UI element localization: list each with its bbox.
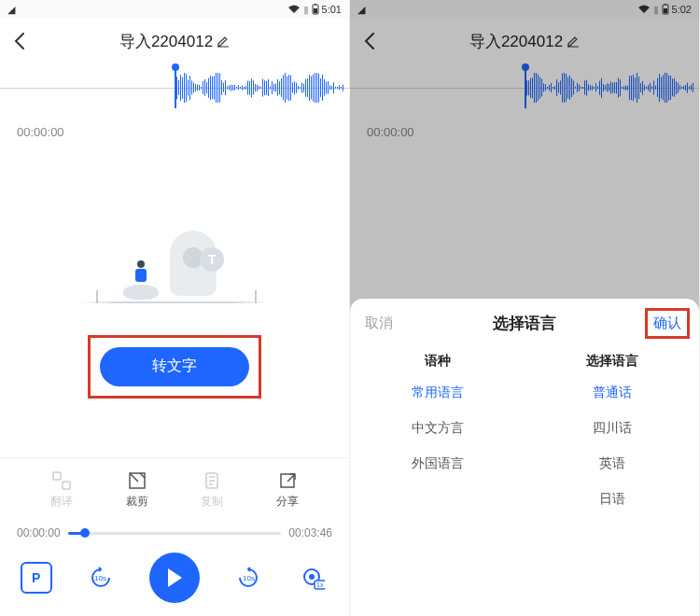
progress-track[interactable] bbox=[68, 532, 282, 535]
svg-rect-1 bbox=[314, 8, 317, 13]
wifi-icon bbox=[637, 5, 651, 14]
tool-分享[interactable]: 分享 bbox=[276, 470, 299, 510]
screen-right: ◢ ▮ 5:02 导入2204012 00:00:00 bbox=[350, 0, 700, 616]
svg-rect-16 bbox=[664, 8, 667, 13]
page-title[interactable]: 导入2204012 bbox=[469, 31, 580, 52]
header: 导入2204012 bbox=[350, 19, 699, 63]
svg-rect-2 bbox=[315, 4, 316, 5]
lang-option[interactable]: 常用语言 bbox=[350, 375, 525, 411]
tool-复制: 复制 bbox=[201, 470, 223, 510]
lang-category-picker[interactable]: 常用语言中文方言外国语言 bbox=[350, 375, 525, 616]
waveform-cursor[interactable] bbox=[525, 67, 526, 108]
language-sheet: 取消 选择语言 确认 语种 选择语言 常用语言中文方言外国语言 普通话四川话英语… bbox=[350, 299, 699, 616]
toolbar: 翻译裁剪复制分享 bbox=[0, 457, 349, 521]
lang-option[interactable]: 英语 bbox=[525, 446, 699, 482]
time-total: 00:03:46 bbox=[288, 526, 332, 539]
time-current-top: 00:00:00 bbox=[0, 112, 349, 143]
lang-option[interactable]: 四川话 bbox=[525, 411, 699, 446]
svg-text:10s: 10s bbox=[243, 574, 255, 582]
back-button[interactable] bbox=[9, 31, 30, 51]
lang-option[interactable]: 中文方言 bbox=[350, 411, 525, 446]
time-current: 00:00:00 bbox=[17, 526, 61, 539]
sheet-confirm-button[interactable]: 确认 bbox=[653, 315, 681, 330]
header: 导入2204012 bbox=[0, 19, 349, 63]
parking-button[interactable]: P bbox=[21, 562, 52, 594]
transcribe-button[interactable]: 转文字 bbox=[100, 347, 249, 386]
battery-icon bbox=[312, 4, 319, 15]
status-bar: ◢ ▮ 5:01 bbox=[0, 0, 349, 19]
time-current-top: 00:00:00 bbox=[350, 112, 699, 143]
nav-indicator-icon: ◢ bbox=[357, 4, 365, 16]
t-badge-icon: T bbox=[200, 247, 224, 272]
rewind-10s-button[interactable]: 10s bbox=[85, 562, 117, 594]
tool-label: 复制 bbox=[201, 494, 223, 510]
illustration-area: T 转文字 bbox=[0, 143, 349, 457]
tool-label: 裁剪 bbox=[126, 494, 148, 510]
svg-rect-17 bbox=[665, 4, 666, 5]
svg-rect-3 bbox=[53, 472, 61, 480]
edit-icon bbox=[567, 35, 580, 48]
status-time: 5:01 bbox=[322, 4, 342, 15]
tool-裁剪[interactable]: 裁剪 bbox=[126, 470, 148, 510]
progress-thumb[interactable] bbox=[80, 528, 90, 538]
svg-text:10s: 10s bbox=[94, 574, 106, 582]
tool-label: 翻译 bbox=[50, 494, 73, 510]
waveform-cursor[interactable] bbox=[175, 67, 176, 108]
lang-option[interactable]: 日语 bbox=[525, 482, 699, 517]
复制-icon bbox=[202, 470, 222, 491]
waveform[interactable] bbox=[0, 63, 349, 112]
lang-option[interactable]: 外国语言 bbox=[350, 446, 525, 482]
player: 00:00:00 00:03:46 P 10s 10s 1x bbox=[0, 521, 349, 616]
status-time: 5:02 bbox=[672, 4, 692, 15]
edit-icon bbox=[217, 35, 230, 48]
status-bar: ◢ ▮ 5:02 bbox=[350, 0, 699, 19]
lang-value-picker[interactable]: 普通话四川话英语日语 bbox=[525, 375, 699, 616]
裁剪-icon bbox=[127, 470, 147, 491]
翻译-icon bbox=[51, 470, 72, 491]
svg-rect-4 bbox=[63, 482, 70, 489]
play-button[interactable] bbox=[149, 553, 200, 603]
back-button[interactable] bbox=[359, 31, 380, 51]
sim-icon: ▮ bbox=[653, 4, 659, 16]
tool-翻译: 翻译 bbox=[50, 470, 73, 510]
lang-col2-header: 选择语言 bbox=[525, 353, 699, 370]
lang-option[interactable]: 普通话 bbox=[525, 375, 699, 411]
empty-illustration: T bbox=[81, 203, 268, 315]
sim-icon: ▮ bbox=[303, 4, 309, 16]
lang-columns-header: 语种 选择语言 bbox=[350, 347, 699, 375]
svg-text:1x: 1x bbox=[316, 581, 324, 588]
svg-text:P: P bbox=[32, 570, 40, 585]
wifi-icon bbox=[287, 5, 301, 14]
分享-icon bbox=[277, 470, 298, 491]
highlight-box: 确认 bbox=[645, 308, 690, 339]
settings-speed-button[interactable]: 1x bbox=[297, 562, 329, 594]
battery-icon bbox=[662, 4, 669, 15]
screen-left: ◢ ▮ 5:01 导入2204012 00:00:00 bbox=[0, 0, 350, 616]
waveform[interactable] bbox=[350, 63, 699, 112]
sheet-cancel-button[interactable]: 取消 bbox=[365, 315, 393, 332]
sheet-title: 选择语言 bbox=[493, 313, 556, 334]
tool-label: 分享 bbox=[276, 494, 299, 510]
forward-10s-button[interactable]: 10s bbox=[232, 562, 264, 594]
highlight-box: 转文字 bbox=[88, 335, 261, 399]
svg-point-12 bbox=[309, 574, 315, 580]
page-title[interactable]: 导入2204012 bbox=[119, 31, 230, 52]
lang-col1-header: 语种 bbox=[350, 353, 525, 370]
nav-indicator-icon: ◢ bbox=[7, 4, 15, 16]
